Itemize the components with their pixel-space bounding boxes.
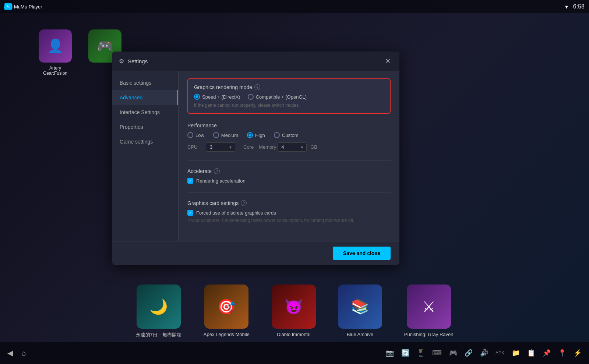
divider-1 <box>187 160 391 161</box>
accelerate-title: Accelerate ? <box>187 168 391 174</box>
dialog-content: Graphics rendering mode ? Speed + (Direc… <box>179 71 399 241</box>
core-label: Core <box>243 144 254 150</box>
game-item-apex[interactable]: 🎯 Apex Legends Mobile <box>204 285 250 338</box>
sidebar-item-advanced[interactable]: Advanced <box>112 90 178 105</box>
app-name: MuMu Player <box>14 4 42 10</box>
back-icon[interactable]: ◀ <box>7 349 13 357</box>
punishing-label: Punishing: Gray Raven <box>404 332 454 337</box>
dialog-title: Settings <box>128 58 379 64</box>
phone-icon[interactable]: 📱 <box>417 349 425 357</box>
radio-compatible-circle <box>248 94 254 100</box>
radio-low[interactable]: Low <box>187 132 204 138</box>
bluearchive-img: 📚 <box>338 285 382 329</box>
taskbar-bottom: ◀ ⌂ 📷 🔄 📱 ⌨ 🎮 🔗 🔊 APK 📁 📋 📌 📍 ⚡ <box>0 342 589 364</box>
graphics-rendering-section: Graphics rendering mode ? Speed + (Direc… <box>187 78 391 114</box>
dialog-titlebar: ⚙ Settings ✕ <box>112 52 399 71</box>
radio-custom-circle <box>274 132 280 138</box>
radio-speed-label: Speed + (DirectX) <box>202 94 240 100</box>
radio-medium-circle <box>213 132 219 138</box>
apk-icon[interactable]: APK <box>495 350 504 356</box>
clock: 6:58 <box>573 3 585 10</box>
diablo-img: 😈 <box>272 285 316 329</box>
taskbar-tools: 📷 🔄 📱 ⌨ 🎮 🔗 🔊 APK 📁 📋 📌 📍 ⚡ <box>386 349 582 357</box>
gb-unit: GB <box>310 144 317 150</box>
radio-custom-label: Custom <box>282 132 299 138</box>
cpu-select[interactable]: 3 1 2 4 <box>206 142 235 152</box>
eternal-img: 🌙 <box>137 285 181 329</box>
rendering-acceleration-row[interactable]: ✓ Rendering acceleration <box>187 178 391 184</box>
dialog-close-button[interactable]: ✕ <box>382 56 393 66</box>
radio-compatible-opengl[interactable]: Compatible + (OpenGL) <box>248 94 307 100</box>
dialog-footer: Save and close <box>112 241 399 265</box>
graphics-card-help-icon[interactable]: ? <box>241 200 247 206</box>
radio-medium-label: Medium <box>221 132 238 138</box>
power-icon[interactable]: ⚡ <box>574 349 582 357</box>
radio-high-label: High <box>255 132 265 138</box>
rendering-acceleration-checkbox[interactable]: ✓ <box>187 178 193 184</box>
memory-select-wrapper: 4 2 6 8 ▼ <box>277 142 307 152</box>
clipboard-icon[interactable]: 📋 <box>527 349 535 357</box>
save-close-button[interactable]: Save and close <box>333 247 391 260</box>
wifi-icon: ▾ <box>565 3 568 10</box>
location-icon[interactable]: 📍 <box>558 349 566 357</box>
eternal-label: 永遠的7日：無盡開端 <box>136 332 181 338</box>
game-item-diablo[interactable]: 😈 Diablo Immortal <box>272 285 316 338</box>
sidebar-item-basic[interactable]: Basic settings <box>112 75 178 90</box>
dialog-body: Basic settings Advanced Interface Settin… <box>112 71 399 241</box>
cpu-select-wrapper: 3 1 2 4 ▼ <box>206 142 235 152</box>
graphics-rendering-options: Speed + (DirectX) Compatible + (OpenGL) <box>194 94 384 100</box>
sidebar-item-properties[interactable]: Properties <box>112 120 178 134</box>
checkbox-check-icon: ✓ <box>189 179 192 183</box>
dialog-sidebar: Basic settings Advanced Interface Settin… <box>112 71 179 241</box>
radio-medium[interactable]: Medium <box>213 132 238 138</box>
memory-label: Memory <box>259 144 274 150</box>
settings-dialog: ⚙ Settings ✕ Basic settings Advanced Int… <box>112 52 399 265</box>
taskbar-nav: ◀ ⌂ <box>7 349 26 357</box>
artery-icon-img: 👤 <box>39 29 72 63</box>
sidebar-item-game[interactable]: Game settings <box>112 134 178 149</box>
accelerate-help-icon[interactable]: ? <box>214 168 220 174</box>
folder-icon[interactable]: 📁 <box>512 349 520 357</box>
radio-compatible-label: Compatible + (OpenGL) <box>256 94 307 100</box>
radio-low-label: Low <box>195 132 204 138</box>
home-icon[interactable]: ⌂ <box>22 349 26 357</box>
force-discrete-label: Forced use of discrete graphics cards <box>196 210 276 216</box>
radio-speed-directx[interactable]: Speed + (DirectX) <box>194 94 240 100</box>
radio-low-circle <box>187 132 193 138</box>
game-icon-artery[interactable]: 👤 Artery Gear:Fusion <box>37 29 74 76</box>
memory-select[interactable]: 4 2 6 8 <box>277 142 307 152</box>
graphics-rendering-hint: If the game cannot run properly, please … <box>194 103 384 108</box>
settings-gear-icon: ⚙ <box>119 58 124 65</box>
punishing-img: ⚔ <box>407 285 451 329</box>
radio-high-circle <box>247 132 253 138</box>
screenshot-icon[interactable]: 📷 <box>386 349 394 357</box>
pin-icon[interactable]: 📌 <box>543 349 551 357</box>
graphics-card-hint: If your computer is experiencing faster … <box>187 218 391 223</box>
performance-options: Low Medium High Custom <box>187 132 391 138</box>
graphics-rendering-help-icon[interactable]: ? <box>254 84 260 90</box>
radio-custom[interactable]: Custom <box>274 132 299 138</box>
force-check-icon: ✓ <box>189 211 192 215</box>
app-badge-number: 49 <box>4 2 13 12</box>
force-discrete-checkbox[interactable]: ✓ <box>187 210 193 216</box>
performance-section: Performance Low Medium Hig <box>187 121 391 153</box>
volume-icon[interactable]: 🔊 <box>480 349 488 357</box>
top-games-row: 👤 Artery Gear:Fusion 🎮 <box>37 29 121 76</box>
force-discrete-row[interactable]: ✓ Forced use of discrete graphics cards <box>187 210 391 216</box>
radio-high[interactable]: High <box>247 132 265 138</box>
performance-title: Performance <box>187 123 391 128</box>
bottom-games-row: 🌙 永遠的7日：無盡開端 🎯 Apex Legends Mobile 😈 Dia… <box>0 285 589 338</box>
gamepad-icon[interactable]: 🎮 <box>449 349 457 357</box>
rotate-icon[interactable]: 🔄 <box>401 349 409 357</box>
game-item-bluearchive[interactable]: 📚 Blue Archive <box>338 285 382 338</box>
game-item-eternal[interactable]: 🌙 永遠的7日：無盡開端 <box>136 285 181 338</box>
taskbar-top: M MuMu Player ▾ 6:58 <box>0 0 589 13</box>
keyboard-icon[interactable]: ⌨ <box>432 349 442 357</box>
apex-img: 🎯 <box>204 285 248 329</box>
bluearchive-label: Blue Archive <box>347 332 373 337</box>
cpu-memory-row: CPU 3 1 2 4 ▼ Core Memory <box>187 142 391 152</box>
share-icon[interactable]: 🔗 <box>465 349 473 357</box>
game-item-punishing[interactable]: ⚔ Punishing: Gray Raven <box>404 285 454 338</box>
sidebar-item-interface[interactable]: Interface Settings <box>112 105 178 120</box>
accelerate-section: Accelerate ? ✓ Rendering acceleration <box>187 167 391 185</box>
